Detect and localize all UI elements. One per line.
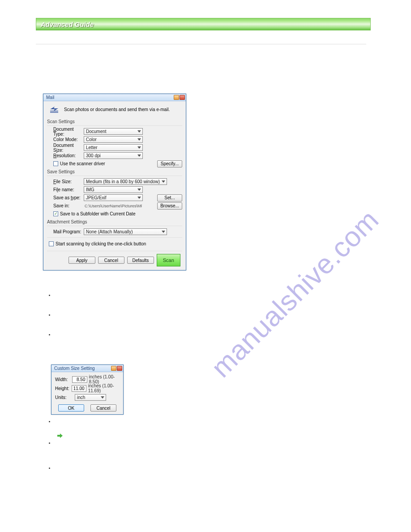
- divider: [36, 44, 366, 44]
- doc-size-label: Document Size:: [47, 143, 84, 153]
- units-label: Units:: [55, 395, 73, 400]
- list-item: [55, 418, 371, 432]
- browse-button[interactable]: Browse...: [157, 202, 182, 210]
- width-label: Width:: [55, 377, 70, 382]
- save-in-label: Save in:: [47, 203, 84, 208]
- subfolder-checkbox[interactable]: [53, 211, 58, 216]
- height-range: inches (1.00-11.69): [88, 383, 120, 393]
- use-driver-checkbox[interactable]: [53, 161, 58, 166]
- file-name-select[interactable]: IMG: [84, 186, 143, 193]
- ok-button[interactable]: OK: [58, 404, 84, 412]
- content-list-2: [36, 418, 371, 432]
- color-mode-label: Color Mode:: [47, 137, 84, 142]
- mail-intro-text: Scan photos or documents and send them v…: [64, 107, 170, 112]
- specify-button[interactable]: Specify...: [157, 160, 182, 167]
- save-type-label: Save as type:: [47, 195, 84, 200]
- page-banner: Advanced Guide: [36, 18, 371, 30]
- list-item: [55, 465, 371, 483]
- close-icon[interactable]: [180, 95, 185, 100]
- close-icon[interactable]: [117, 366, 122, 371]
- doc-size-select[interactable]: Letter: [84, 144, 143, 151]
- subfolder-label: Save to a Subfolder with Current Date: [60, 211, 135, 216]
- width-input[interactable]: 8.50: [72, 376, 87, 383]
- content-list: [36, 292, 371, 362]
- help-icon[interactable]: [111, 366, 116, 371]
- scan-button[interactable]: Scan: [157, 254, 180, 266]
- file-size-label: File Size:: [47, 179, 84, 184]
- file-name-label: File name:: [47, 187, 84, 192]
- list-item: [55, 440, 371, 465]
- mail-program-select[interactable]: None (Attach Manually): [84, 228, 167, 235]
- save-in-path: C:\Users\UserName\Pictures\MP Navigat: [84, 204, 142, 208]
- set-button[interactable]: Set...: [157, 194, 182, 202]
- defaults-button[interactable]: Defaults: [127, 257, 154, 264]
- height-label: Height:: [55, 386, 70, 391]
- banner-title: Advanced Guide: [41, 21, 94, 28]
- content-list-3: [36, 440, 371, 483]
- mail-dialog-titlebar: Mail: [43, 94, 186, 101]
- list-item: [55, 312, 371, 331]
- doc-type-label: Document Type:: [47, 127, 84, 137]
- cancel-button[interactable]: Cancel: [98, 257, 125, 264]
- cancel-button[interactable]: Cancel: [90, 404, 116, 412]
- resolution-label: Resolution:: [47, 153, 84, 158]
- custom-size-titlebar: Custom Size Setting: [51, 365, 123, 372]
- list-item: [55, 292, 371, 312]
- doc-type-select[interactable]: Document: [84, 128, 143, 135]
- custom-size-dialog: Custom Size Setting Width: 8.50 inches (…: [51, 365, 124, 415]
- attach-settings-header: Attachment Settings: [47, 219, 182, 224]
- save-settings-header: Save Settings: [47, 169, 182, 174]
- height-input[interactable]: 11.00: [72, 385, 86, 392]
- save-type-select[interactable]: JPEG/Exif: [84, 194, 143, 201]
- mail-program-label: Mail Program:: [47, 229, 84, 234]
- list-item: [55, 331, 371, 362]
- custom-size-title: Custom Size Setting: [54, 366, 95, 371]
- arrow-icon: [57, 433, 63, 438]
- resolution-select[interactable]: 300 dpi: [84, 152, 143, 159]
- scan-settings-header: Scan Settings: [47, 119, 182, 124]
- oneclick-checkbox[interactable]: [49, 241, 54, 246]
- file-size-select[interactable]: Medium (fits in a 800 by 600 window): [84, 178, 167, 185]
- help-icon[interactable]: [174, 95, 179, 100]
- width-range: inches (1.00-8.50): [89, 374, 120, 384]
- apply-button[interactable]: Apply: [68, 257, 95, 264]
- use-driver-label: Use the scanner driver: [60, 161, 105, 166]
- units-select[interactable]: inch: [75, 394, 106, 401]
- mail-dialog: Mail Scan photos or documents and send t…: [43, 94, 186, 270]
- oneclick-label: Start scanning by clicking the one-click…: [56, 241, 146, 246]
- color-mode-select[interactable]: Color: [84, 136, 143, 143]
- app-logo-icon: [49, 105, 60, 114]
- mail-dialog-title: Mail: [46, 95, 54, 100]
